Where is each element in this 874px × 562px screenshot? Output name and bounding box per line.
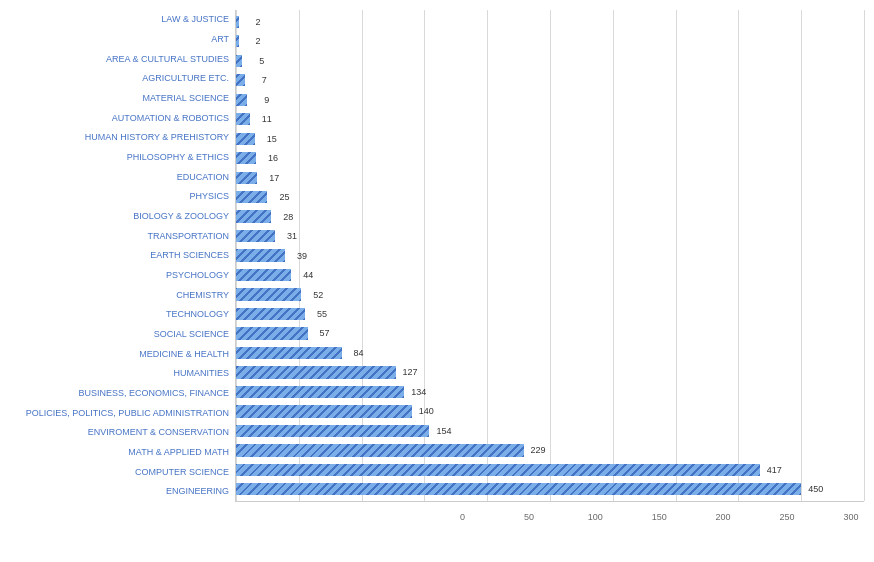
bar-row: 39 bbox=[236, 246, 864, 265]
x-axis-labels: 050100150200250300350400450500 bbox=[235, 502, 864, 522]
bar-value: 17 bbox=[269, 173, 279, 183]
bar-value: 229 bbox=[531, 445, 546, 455]
bars-wrapper: 2257911151617252831394452555784127134140… bbox=[236, 10, 864, 501]
bar-row: 2 bbox=[236, 31, 864, 50]
bar-value: 140 bbox=[419, 406, 434, 416]
bar: 2 bbox=[236, 35, 239, 47]
x-axis-tick: 50 bbox=[524, 512, 534, 522]
bar: 5 bbox=[236, 55, 242, 67]
bar-value: 134 bbox=[411, 387, 426, 397]
bar: 2 bbox=[236, 16, 239, 28]
x-axis-tick: 0 bbox=[460, 512, 465, 522]
bar-value: 11 bbox=[262, 114, 272, 124]
bar-value: 154 bbox=[436, 426, 451, 436]
chart-container: LAW & JUSTICEARTAREA & CULTURAL STUDIESA… bbox=[0, 0, 874, 562]
x-axis-tick: 150 bbox=[652, 512, 667, 522]
bar-row: 31 bbox=[236, 226, 864, 245]
y-label: HUMANITIES bbox=[0, 368, 229, 379]
bar-value: 25 bbox=[279, 192, 289, 202]
bar: 154 bbox=[236, 425, 429, 437]
y-label: EDUCATION bbox=[0, 172, 229, 183]
x-axis-tick: 200 bbox=[716, 512, 731, 522]
bar-row: 52 bbox=[236, 285, 864, 304]
bar: 84 bbox=[236, 347, 342, 359]
bar: 417 bbox=[236, 464, 760, 476]
bar: 229 bbox=[236, 444, 524, 456]
bar-value: 417 bbox=[767, 465, 782, 475]
bar-value: 5 bbox=[259, 56, 264, 66]
bar-row: 44 bbox=[236, 265, 864, 284]
bar-row: 84 bbox=[236, 343, 864, 362]
bar: 450 bbox=[236, 483, 801, 495]
bar: 140 bbox=[236, 405, 412, 417]
bar-value: 450 bbox=[808, 484, 823, 494]
bar-row: 55 bbox=[236, 304, 864, 323]
x-axis-tick: 100 bbox=[588, 512, 603, 522]
bar: 39 bbox=[236, 249, 285, 261]
bar-row: 9 bbox=[236, 90, 864, 109]
bar-value: 16 bbox=[268, 153, 278, 163]
y-label: ART bbox=[0, 34, 229, 45]
bar-value: 31 bbox=[287, 231, 297, 241]
bar-row: 5 bbox=[236, 51, 864, 70]
bar-row: 25 bbox=[236, 187, 864, 206]
bar: 134 bbox=[236, 386, 404, 398]
bar: 44 bbox=[236, 269, 291, 281]
y-label: EARTH SCIENCES bbox=[0, 250, 229, 261]
bar-row: 28 bbox=[236, 207, 864, 226]
bar-row: 2 bbox=[236, 12, 864, 31]
y-label: BIOLOGY & ZOOLOGY bbox=[0, 211, 229, 222]
x-axis-tick: 300 bbox=[843, 512, 858, 522]
y-label: SOCIAL SCIENCE bbox=[0, 329, 229, 340]
bar-value: 84 bbox=[353, 348, 363, 358]
bar-row: 7 bbox=[236, 70, 864, 89]
bar: 11 bbox=[236, 113, 250, 125]
bar-value: 2 bbox=[255, 17, 260, 27]
y-label: PSYCHOLOGY bbox=[0, 270, 229, 281]
bar: 17 bbox=[236, 172, 257, 184]
bar-value: 9 bbox=[264, 95, 269, 105]
y-label: AGRICULTURE ETC. bbox=[0, 73, 229, 84]
bar-row: 450 bbox=[236, 480, 864, 499]
grid-line bbox=[864, 10, 865, 501]
bar-row: 127 bbox=[236, 363, 864, 382]
bar-value: 2 bbox=[255, 36, 260, 46]
y-label: HUMAN HISTORY & PREHISTORY bbox=[0, 132, 229, 143]
y-label: AREA & CULTURAL STUDIES bbox=[0, 54, 229, 65]
bars-area: 2257911151617252831394452555784127134140… bbox=[235, 10, 864, 502]
bar-value: 127 bbox=[402, 367, 417, 377]
bar-value: 52 bbox=[313, 290, 323, 300]
bar-value: 15 bbox=[267, 134, 277, 144]
bar: 31 bbox=[236, 230, 275, 242]
bar-row: 229 bbox=[236, 441, 864, 460]
bar-value: 44 bbox=[303, 270, 313, 280]
bar-row: 134 bbox=[236, 382, 864, 401]
bar-value: 55 bbox=[317, 309, 327, 319]
bar: 28 bbox=[236, 210, 271, 222]
bar: 25 bbox=[236, 191, 267, 203]
bar-value: 39 bbox=[297, 251, 307, 261]
bar: 52 bbox=[236, 288, 301, 300]
bar-value: 57 bbox=[320, 328, 330, 338]
bar-row: 17 bbox=[236, 168, 864, 187]
bar: 9 bbox=[236, 94, 247, 106]
y-label: MEDICINE & HEALTH bbox=[0, 349, 229, 360]
y-label: POLICIES, POLITICS, PUBLIC ADMINISTRATIO… bbox=[0, 408, 229, 419]
bar-row: 11 bbox=[236, 109, 864, 128]
bar: 16 bbox=[236, 152, 256, 164]
bar-row: 154 bbox=[236, 421, 864, 440]
y-label: ENVIROMENT & CONSERVATION bbox=[0, 427, 229, 438]
y-label: CHEMISTRY bbox=[0, 290, 229, 301]
x-axis-tick: 250 bbox=[780, 512, 795, 522]
bar: 15 bbox=[236, 133, 255, 145]
bar-row: 140 bbox=[236, 402, 864, 421]
y-label: TECHNOLOGY bbox=[0, 309, 229, 320]
y-label: LAW & JUSTICE bbox=[0, 14, 229, 25]
y-label: AUTOMATION & ROBOTICS bbox=[0, 113, 229, 124]
bar-row: 15 bbox=[236, 129, 864, 148]
y-label: ENGINEERING bbox=[0, 486, 229, 497]
bar-row: 57 bbox=[236, 324, 864, 343]
y-label: COMPUTER SCIENCE bbox=[0, 467, 229, 478]
y-label: MATERIAL SCIENCE bbox=[0, 93, 229, 104]
bar-row: 16 bbox=[236, 148, 864, 167]
